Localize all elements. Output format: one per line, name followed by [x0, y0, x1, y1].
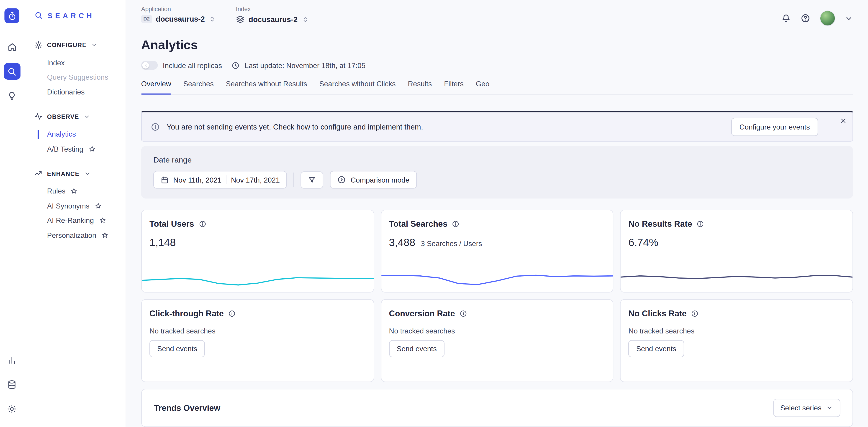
select-stepper-icon[interactable]: [209, 15, 216, 23]
date-separator: [226, 175, 226, 184]
sidebar-item-query-suggestions[interactable]: Query Suggestions: [47, 70, 126, 85]
divider: [294, 172, 294, 187]
select-series-label: Select series: [780, 404, 822, 412]
metric-subtext: 3 Searches / Users: [421, 239, 482, 248]
sidebar-item-index[interactable]: Index: [47, 55, 126, 70]
tab-searches-without-results[interactable]: Searches without Results: [226, 80, 307, 94]
sidebar-item-analytics[interactable]: Analytics: [47, 127, 126, 141]
banner-message: You are not sending events yet. Check ho…: [166, 123, 423, 131]
page-meta-row: Include all replicas Last update: Novemb…: [141, 61, 853, 70]
search-product-icon[interactable]: [4, 63, 20, 80]
configure-events-button[interactable]: Configure your events: [731, 118, 818, 136]
card-title: Total Searches: [389, 219, 447, 228]
tab-overview[interactable]: Overview: [141, 80, 171, 94]
date-range-end: Nov 17th, 2021: [231, 175, 280, 184]
sidebar-item-ai-synonyms[interactable]: AI Synonyms: [47, 198, 126, 213]
card-title: Conversion Rate: [389, 309, 455, 318]
metric-value: 3,488: [389, 237, 415, 249]
nav-section-enhance: ENHANCE Rules AI Synonyms AI Re-Ranking: [34, 167, 126, 242]
sidebar-item-ab-testing[interactable]: A/B Testing: [47, 141, 126, 156]
metric-value: 1,148: [150, 237, 176, 249]
help-icon[interactable]: [800, 13, 810, 23]
date-range-picker[interactable]: Nov 11th, 2021 Nov 17th, 2021: [153, 171, 287, 189]
data-sources-icon[interactable]: [4, 376, 20, 393]
tab-results[interactable]: Results: [408, 80, 432, 94]
sidebar-item-label: Index: [47, 59, 65, 67]
nav-header-enhance[interactable]: ENHANCE: [34, 167, 126, 179]
engagement-cards-row: Click-through Rate No tracked searches S…: [141, 299, 853, 382]
index-select-label: Index: [236, 5, 309, 12]
sidebar-item-label: Query Suggestions: [47, 73, 108, 81]
home-icon[interactable]: [4, 39, 20, 55]
info-icon[interactable]: [228, 309, 236, 317]
star-icon[interactable]: [101, 231, 108, 239]
close-icon[interactable]: [840, 117, 847, 125]
info-icon[interactable]: [691, 309, 699, 317]
analytics-tabs: Overview Searches Searches without Resul…: [141, 80, 853, 95]
trending-up-icon: [34, 169, 42, 177]
algolia-logo-icon[interactable]: [4, 8, 19, 23]
info-icon[interactable]: [452, 220, 460, 228]
info-icon[interactable]: [697, 220, 705, 228]
usage-chart-icon[interactable]: [4, 352, 20, 368]
no-clicks-rate-card: No Clicks Rate No tracked searches Send …: [620, 299, 853, 382]
card-title: No Results Rate: [628, 219, 692, 228]
account-chevron-down-icon[interactable]: [845, 14, 853, 22]
comparison-mode-label: Comparison mode: [351, 175, 409, 184]
comparison-mode-button[interactable]: Comparison mode: [330, 171, 417, 189]
card-title: Click-through Rate: [150, 309, 224, 318]
empty-state-text: No tracked searches: [389, 327, 605, 335]
application-select-label: Application: [141, 5, 216, 12]
date-range-panel: Date range Nov 11th, 2021 Nov 17th, 2021: [141, 146, 853, 198]
notifications-bell-icon[interactable]: [781, 13, 791, 23]
star-icon[interactable]: [88, 145, 96, 153]
date-range-start: Nov 11th, 2021: [174, 175, 222, 184]
metric-value: 6.74%: [628, 237, 658, 249]
sidebar-item-label: Personalization: [47, 231, 96, 239]
tab-searches[interactable]: Searches: [183, 80, 214, 94]
total-searches-sparkline: [381, 265, 613, 289]
nav-section-label: CONFIGURE: [47, 41, 87, 48]
filter-funnel-button[interactable]: [301, 171, 323, 188]
star-icon[interactable]: [95, 202, 102, 210]
send-events-button[interactable]: Send events: [150, 340, 205, 357]
tab-geo[interactable]: Geo: [476, 80, 490, 94]
nav-header-observe[interactable]: OBSERVE: [34, 110, 126, 123]
trends-overview-panel: Trends Overview Select series: [141, 389, 853, 427]
application-select[interactable]: Application D2 docusaurus-2: [141, 5, 216, 23]
sidebar-item-dictionaries[interactable]: Dictionaries: [47, 85, 126, 99]
nav-section-label: ENHANCE: [47, 170, 80, 177]
user-avatar[interactable]: [820, 10, 835, 26]
sidebar-item-personalization[interactable]: Personalization: [47, 228, 126, 242]
star-icon[interactable]: [99, 217, 106, 224]
sidebar-item-ai-reranking[interactable]: AI Re-Ranking: [47, 213, 126, 228]
star-icon[interactable]: [70, 188, 78, 195]
index-select[interactable]: Index docusaurus-2: [236, 5, 309, 24]
settings-gear-icon[interactable]: [4, 400, 20, 417]
select-series-button[interactable]: Select series: [773, 399, 840, 417]
send-events-button[interactable]: Send events: [389, 340, 444, 357]
last-update-text: Last update: November 18th, at 17:05: [245, 61, 365, 69]
info-icon[interactable]: [198, 220, 206, 228]
main-area: Application D2 docusaurus-2 Index docusa…: [126, 0, 868, 427]
nav-section-configure: CONFIGURE Index Query Suggestions Dictio…: [34, 39, 126, 99]
index-icon: [236, 15, 245, 24]
search-logo[interactable]: SEARCH: [34, 11, 126, 20]
info-icon[interactable]: [459, 309, 467, 317]
sidebar-item-label: Rules: [47, 187, 66, 195]
sidebar-item-rules[interactable]: Rules: [47, 184, 126, 198]
sidebar-item-label: A/B Testing: [47, 145, 83, 153]
sidebar: SEARCH CONFIGURE Index Query Suggestions…: [24, 0, 126, 427]
nav-header-configure[interactable]: CONFIGURE: [34, 39, 126, 51]
send-events-button[interactable]: Send events: [628, 340, 684, 357]
tab-searches-without-clicks[interactable]: Searches without Clicks: [319, 80, 396, 94]
include-replicas-toggle[interactable]: [141, 61, 158, 70]
no-results-rate-sparkline: [621, 265, 852, 289]
calendar-icon: [161, 175, 169, 184]
recommend-lightbulb-icon[interactable]: [4, 88, 20, 104]
sidebar-item-label: AI Synonyms: [47, 202, 90, 210]
comparison-mode-icon: [337, 175, 346, 184]
select-stepper-icon[interactable]: [302, 16, 309, 23]
nav-section-label: OBSERVE: [47, 113, 79, 120]
tab-filters[interactable]: Filters: [444, 80, 464, 94]
